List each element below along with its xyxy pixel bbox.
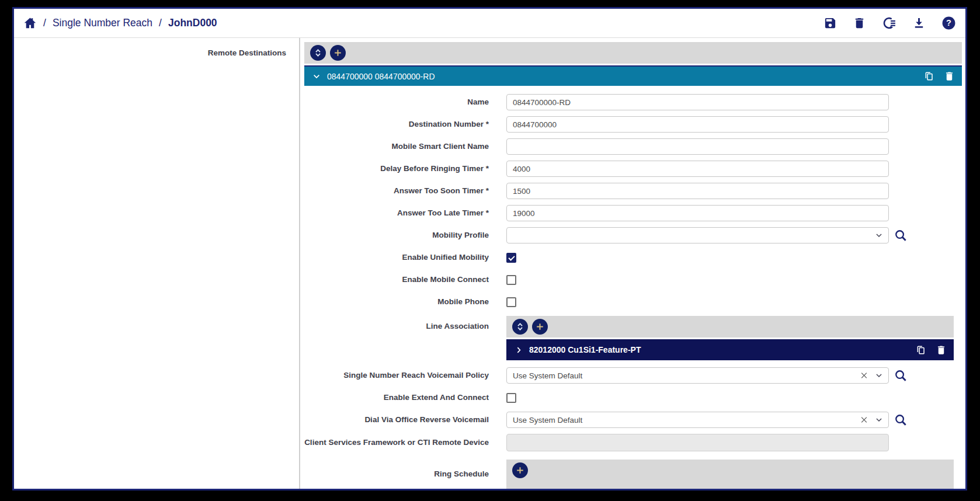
- copy-icon[interactable]: [923, 71, 934, 82]
- field-row-mobile-smart-client-name: Mobile Smart Client Name: [304, 138, 962, 155]
- field-row-mobility-profile: Mobility Profile: [304, 227, 962, 243]
- ring-schedule-label: Ring Schedule: [304, 460, 489, 479]
- field-row-enable-mobile-connect: Enable Mobile Connect: [304, 272, 962, 288]
- enable-extend-and-connect-checkbox[interactable]: [506, 393, 516, 403]
- field-row-answer-too-late-timer: Answer Too Late Timer *: [304, 205, 962, 221]
- line-association-item-actions: [915, 345, 947, 356]
- field-row-mobile-phone: Mobile Phone: [304, 294, 962, 310]
- delay-before-ringing-timer-label: Delay Before Ringing Timer *: [304, 164, 489, 174]
- field-row-enable-extend-and-connect: Enable Extend And Connect: [304, 389, 962, 406]
- enable-unified-mobility-label: Enable Unified Mobility: [304, 253, 489, 263]
- snr-voicemail-policy-input[interactable]: [506, 367, 889, 384]
- remote-destination-form: Name Destination Number * Mobile Smart C…: [304, 86, 962, 490]
- answer-too-late-timer-label: Answer Too Late Timer *: [304, 208, 489, 218]
- left-label-column: Remote Destinations: [14, 38, 299, 489]
- expand-chevron-icon[interactable]: [515, 346, 523, 354]
- delay-before-ringing-timer-input[interactable]: [506, 161, 889, 177]
- screen-frame: / Single Number Reach / JohnD000: [0, 0, 980, 501]
- dial-via-office-reverse-voicemail-input[interactable]: [506, 412, 889, 428]
- line-association-list: 82012000 Cu1Si1-Feature-PT: [506, 316, 954, 360]
- mobility-profile-label: Mobility Profile: [304, 231, 489, 241]
- add-line-association-button[interactable]: [532, 319, 548, 335]
- clear-icon[interactable]: [860, 416, 868, 424]
- home-icon[interactable]: [23, 16, 37, 30]
- remote-destination-header[interactable]: 0844700000 0844700000-RD: [304, 65, 962, 86]
- answer-too-soon-timer-input[interactable]: [506, 183, 889, 199]
- mobile-phone-label: Mobile Phone: [304, 297, 489, 307]
- chevron-down-icon[interactable]: [875, 231, 883, 239]
- client-services-framework-input: [506, 434, 889, 451]
- mobility-profile-input[interactable]: [506, 227, 889, 243]
- snr-voicemail-policy-label: Single Number Reach Voicemail Policy: [304, 371, 489, 381]
- destination-number-label: Destination Number *: [304, 120, 489, 130]
- field-row-name: Name: [304, 94, 962, 110]
- field-row-client-services-framework: Client Services Framework or CTI Remote …: [304, 434, 962, 451]
- copy-icon[interactable]: [915, 345, 926, 356]
- mobile-smart-client-name-label: Mobile Smart Client Name: [304, 142, 489, 152]
- top-bar-actions: ?: [823, 16, 956, 30]
- search-icon[interactable]: [894, 413, 908, 427]
- chevron-down-icon[interactable]: [875, 416, 883, 424]
- chevron-down-icon[interactable]: [875, 371, 883, 380]
- clear-icon[interactable]: [860, 372, 868, 380]
- client-services-framework-label: Client Services Framework or CTI Remote …: [304, 438, 489, 448]
- app-window: / Single Number Reach / JohnD000: [12, 7, 967, 490]
- remote-destinations-panel: 0844700000 0844700000-RD Name: [300, 38, 965, 489]
- breadcrumb: / Single Number Reach / JohnD000: [23, 16, 217, 30]
- mobile-phone-checkbox[interactable]: [506, 297, 516, 307]
- reorder-button[interactable]: [310, 45, 326, 61]
- snr-voicemail-policy-combobox[interactable]: [506, 367, 889, 384]
- trash-icon[interactable]: [944, 71, 955, 82]
- download-icon[interactable]: [912, 16, 926, 30]
- trash-icon[interactable]: [936, 345, 947, 356]
- breadcrumb-separator: /: [43, 17, 46, 29]
- field-row-dial-via-office-reverse-voicemail: Dial Via Office Reverse Voicemail: [304, 412, 962, 428]
- field-row-answer-too-soon-timer: Answer Too Soon Timer *: [304, 183, 962, 199]
- dial-via-office-reverse-voicemail-label: Dial Via Office Reverse Voicemail: [304, 415, 489, 425]
- line-association-label: Line Association: [304, 316, 489, 332]
- field-row-snr-voicemail-policy: Single Number Reach Voicemail Policy: [304, 367, 962, 384]
- enable-unified-mobility-checkbox[interactable]: [506, 253, 516, 263]
- save-icon[interactable]: [823, 16, 837, 30]
- collapse-chevron-icon[interactable]: [312, 72, 321, 81]
- change-list-icon[interactable]: [882, 16, 896, 30]
- enable-mobile-connect-label: Enable Mobile Connect: [304, 275, 489, 285]
- enable-mobile-connect-checkbox[interactable]: [506, 275, 516, 285]
- dial-via-office-reverse-voicemail-combobox[interactable]: [506, 412, 889, 428]
- name-input[interactable]: [506, 94, 889, 110]
- svg-text:?: ?: [946, 18, 951, 27]
- breadcrumb-separator: /: [159, 17, 162, 29]
- page-body: Remote Destinations: [14, 38, 965, 489]
- reorder-button[interactable]: [512, 319, 528, 335]
- field-row-destination-number: Destination Number *: [304, 116, 962, 133]
- search-icon[interactable]: [894, 229, 908, 242]
- breadcrumb-section[interactable]: Single Number Reach: [53, 17, 152, 29]
- add-remote-destination-button[interactable]: [330, 45, 346, 61]
- ring-schedule-toolbar: [506, 460, 954, 490]
- help-icon[interactable]: ?: [941, 16, 956, 30]
- line-association-item-title: 82012000 Cu1Si1-Feature-PT: [529, 345, 641, 354]
- enable-extend-and-connect-label: Enable Extend And Connect: [304, 393, 489, 403]
- mobility-profile-combobox[interactable]: [506, 227, 889, 243]
- remote-destinations-label: Remote Destinations: [14, 48, 299, 57]
- name-label: Name: [304, 98, 489, 107]
- answer-too-soon-timer-label: Answer Too Soon Timer *: [304, 186, 489, 196]
- line-association-toolbar: [506, 316, 954, 338]
- line-association-item[interactable]: 82012000 Cu1Si1-Feature-PT: [506, 339, 954, 360]
- mobile-smart-client-name-input[interactable]: [506, 138, 889, 155]
- answer-too-late-timer-input[interactable]: [506, 205, 889, 221]
- top-bar: / Single Number Reach / JohnD000: [14, 9, 965, 38]
- field-row-ring-schedule: Ring Schedule: [304, 460, 962, 490]
- remote-destination-actions: [923, 71, 955, 82]
- remote-destinations-toolbar: [304, 42, 962, 64]
- remote-destination-title: 0844700000 0844700000-RD: [327, 72, 435, 81]
- breadcrumb-current: JohnD000: [168, 17, 217, 29]
- field-row-delay-before-ringing-timer: Delay Before Ringing Timer *: [304, 161, 962, 177]
- add-ring-schedule-button[interactable]: [512, 462, 528, 478]
- delete-icon[interactable]: [853, 16, 866, 30]
- field-row-enable-unified-mobility: Enable Unified Mobility: [304, 249, 962, 266]
- search-icon[interactable]: [894, 369, 908, 382]
- destination-number-input[interactable]: [506, 116, 889, 133]
- field-row-line-association: Line Association: [304, 316, 962, 360]
